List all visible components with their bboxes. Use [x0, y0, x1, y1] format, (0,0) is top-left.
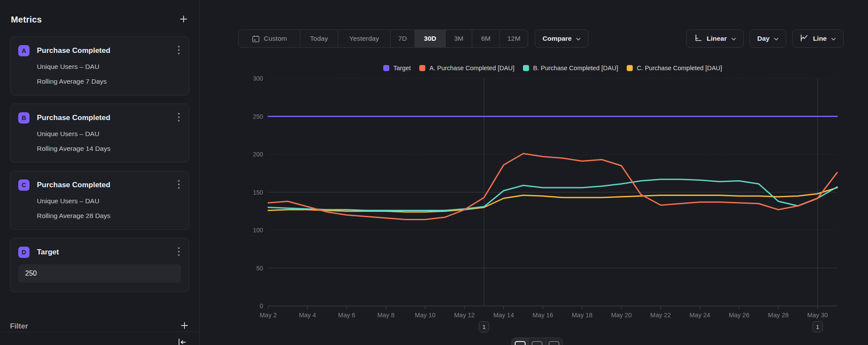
target-card-header: D Target [18, 247, 181, 258]
sidebar-divider [0, 332, 199, 332]
add-metric-button[interactable] [179, 14, 188, 25]
sidebar: Metrics APurchase CompletedUnique Users … [0, 0, 200, 345]
annotation-badge[interactable]: 1 [812, 321, 823, 332]
y-axis-label: 50 [256, 265, 263, 272]
metric-transform: Rolling Average 14 Days [37, 144, 181, 153]
app-root: Metrics APurchase CompletedUnique Users … [0, 0, 868, 345]
y-axis-label: 250 [253, 113, 263, 120]
chart-view-toolbar [511, 338, 563, 345]
chart-view-button-3[interactable] [546, 338, 562, 345]
x-axis-label: May 6 [338, 312, 355, 319]
collapse-sidebar-button[interactable] [177, 338, 187, 345]
metric-measure: Unique Users – DAU [37, 197, 181, 205]
line-chart[interactable]: 050100150200250300May 2May 4May 6May 8Ma… [200, 0, 868, 345]
x-axis-label: May 24 [690, 312, 710, 319]
metric-card-header: BPurchase Completed [18, 112, 181, 124]
annotation-badge[interactable]: 1 [479, 321, 489, 332]
chart-panel-icon [515, 341, 526, 345]
target-card-title: Target [37, 248, 177, 257]
metric-badge-a: A [18, 45, 30, 56]
metric-transform: Rolling Average 28 Days [37, 212, 181, 220]
filter-label: Filter [10, 322, 28, 331]
target-value-input[interactable]: 250 [18, 264, 181, 283]
collapse-sidebar-icon [177, 341, 187, 345]
kebab-icon [178, 179, 180, 191]
metric-title: Purchase Completed [37, 181, 177, 189]
kebab-icon [178, 247, 180, 258]
chart-axis-labels: 050100150200250300May 2May 4May 6May 8Ma… [253, 75, 828, 319]
chart-series [268, 117, 837, 220]
add-filter-button[interactable] [180, 321, 189, 332]
plus-icon [180, 321, 189, 332]
filter-section: Filter [10, 321, 189, 332]
y-axis-label: 0 [260, 303, 263, 309]
kebab-icon [178, 112, 180, 124]
x-axis-label: May 18 [572, 312, 593, 319]
x-axis-label: May 20 [611, 312, 632, 319]
x-axis-label: May 4 [299, 312, 316, 319]
metric-measure: Unique Users – DAU [37, 130, 181, 138]
x-axis-label: May 10 [415, 312, 436, 319]
metric-title: Purchase Completed [37, 46, 177, 55]
target-card-menu-button[interactable] [177, 247, 181, 258]
metric-card-c[interactable]: CPurchase CompletedUnique Users – DAURol… [10, 171, 189, 230]
metric-card-header: CPurchase Completed [18, 179, 181, 191]
plus-icon [179, 14, 188, 25]
x-axis-label: May 16 [533, 312, 553, 319]
sidebar-header: Metrics [11, 14, 188, 25]
x-axis-label: May 28 [768, 312, 789, 319]
metric-badge-c: C [18, 179, 30, 191]
y-axis-label: 300 [253, 75, 263, 82]
series-line-b [268, 179, 837, 211]
metric-measure: Unique Users – DAU [37, 62, 181, 71]
x-axis-label: May 12 [454, 312, 475, 319]
metric-card-menu-button[interactable] [177, 45, 181, 56]
metric-transform: Rolling Average 7 Days [37, 77, 181, 86]
metric-card-b[interactable]: BPurchase CompletedUnique Users – DAURol… [10, 104, 189, 163]
metric-card-list: APurchase CompletedUnique Users – DAURol… [10, 36, 189, 230]
x-axis-label: May 2 [260, 312, 277, 319]
metrics-title: Metrics [11, 15, 42, 25]
main-content: CustomTodayYesterday7D30D3M6M12M Compare… [200, 0, 868, 345]
chart-panel-icon [532, 341, 542, 345]
y-axis-label: 150 [253, 189, 263, 196]
metric-badge-b: B [18, 112, 30, 124]
metric-badge-d: D [18, 247, 30, 258]
metric-card-target[interactable]: D Target 250 [10, 238, 189, 292]
kebab-icon [178, 45, 180, 56]
chart-view-button-1[interactable] [512, 338, 529, 345]
x-axis-label: May 22 [650, 312, 671, 319]
x-axis-label: May 14 [493, 312, 514, 319]
metric-card-menu-button[interactable] [177, 112, 181, 124]
y-axis-label: 100 [253, 227, 263, 234]
x-axis-label: May 30 [807, 312, 828, 319]
x-axis-label: May 8 [377, 312, 395, 319]
x-axis-label: May 26 [729, 312, 750, 319]
metric-card-header: APurchase Completed [18, 45, 181, 56]
chart-panel-icon [549, 341, 559, 345]
series-line-c [268, 188, 837, 212]
metric-title: Purchase Completed [37, 114, 177, 122]
y-axis-label: 200 [253, 151, 263, 158]
metric-card-a[interactable]: APurchase CompletedUnique Users – DAURol… [10, 36, 189, 95]
metric-card-menu-button[interactable] [177, 179, 181, 191]
chart-view-button-2[interactable] [529, 338, 546, 345]
chart-gridlines [268, 78, 837, 309]
